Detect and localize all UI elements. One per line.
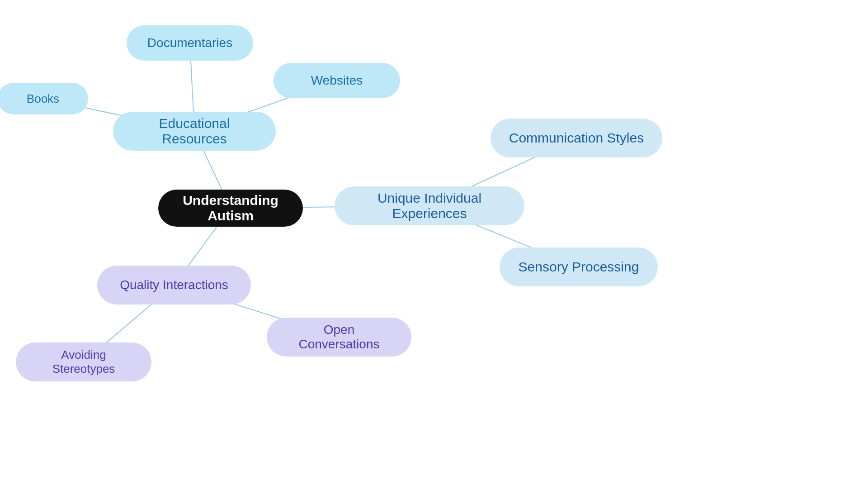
quality-interactions-node[interactable]: Quality Interactions [97, 266, 251, 304]
websites-node[interactable]: Websites [274, 63, 400, 98]
center-node[interactable]: Understanding Autism [158, 190, 303, 227]
communication-styles-node[interactable]: Communication Styles [491, 119, 662, 157]
open-conversations-node[interactable]: Open Conversations [267, 318, 411, 357]
books-node[interactable]: Books [0, 83, 88, 114]
sensory-processing-node[interactable]: Sensory Processing [500, 247, 658, 286]
avoiding-stereotypes-node[interactable]: Avoiding Stereotypes [16, 343, 151, 381]
unique-individual-node[interactable]: Unique Individual Experiences [335, 186, 524, 225]
documentaries-node[interactable]: Documentaries [127, 25, 253, 61]
educational-resources-node[interactable]: Educational Resources [113, 112, 276, 151]
